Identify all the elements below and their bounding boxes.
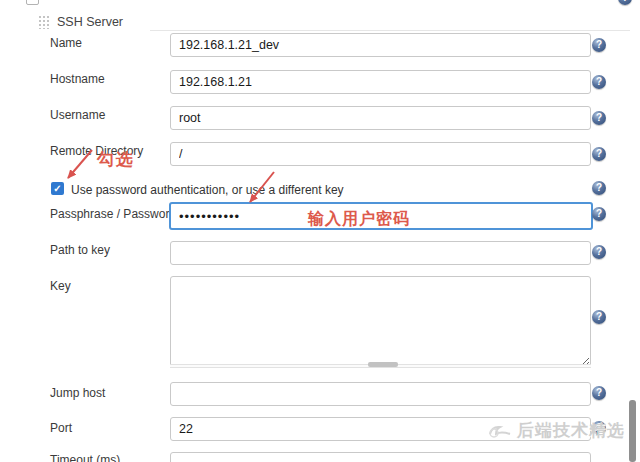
- watermark: 后端技术精选: [487, 419, 625, 442]
- jump-host-input[interactable]: [170, 382, 591, 406]
- help-icon[interactable]: ?: [592, 147, 606, 161]
- help-icon[interactable]: ?: [592, 111, 606, 125]
- path-to-key-label: Path to key: [50, 243, 110, 257]
- jump-host-label: Jump host: [50, 386, 105, 400]
- watermark-text: 后端技术精选: [517, 419, 625, 442]
- section-title: SSH Server: [57, 15, 123, 29]
- help-icon[interactable]: ?: [592, 38, 606, 52]
- help-icon[interactable]: ?: [592, 310, 606, 324]
- hostname-label: Hostname: [50, 72, 105, 86]
- drag-handle-icon[interactable]: [38, 15, 51, 29]
- ssh-server-config-panel: ? SSH Server Name ? Hostname ? Username …: [0, 0, 640, 462]
- watermark-logo-icon: [487, 421, 513, 441]
- use-password-auth-label: Use password authentication, or use a di…: [71, 183, 344, 197]
- username-label: Username: [50, 108, 105, 122]
- check-note-annotation: 勾选: [97, 148, 135, 171]
- name-label: Name: [50, 36, 82, 50]
- hostname-input[interactable]: [170, 70, 591, 94]
- help-icon[interactable]: ?: [592, 75, 606, 89]
- name-input[interactable]: [170, 33, 591, 57]
- help-icon[interactable]: ?: [618, 0, 632, 5]
- vertical-scrollbar-thumb[interactable]: [629, 400, 636, 462]
- help-icon[interactable]: ?: [592, 207, 606, 221]
- help-icon[interactable]: ?: [592, 181, 606, 195]
- timeout-input[interactable]: [170, 452, 591, 462]
- separator: [150, 30, 630, 31]
- cut-off-checkbox[interactable]: [26, 0, 39, 5]
- passphrase-label: Passphrase / Password: [50, 207, 176, 221]
- help-icon[interactable]: ?: [592, 245, 606, 259]
- username-input[interactable]: [170, 106, 591, 130]
- key-textarea[interactable]: [170, 276, 591, 367]
- timeout-label: Timeout (ms): [50, 453, 120, 462]
- remote-directory-input[interactable]: [170, 142, 591, 166]
- textarea-resize-grip[interactable]: [368, 362, 398, 367]
- path-to-key-input[interactable]: [170, 241, 591, 265]
- password-note-annotation: 输入用户密码: [308, 209, 410, 230]
- key-label: Key: [50, 279, 71, 293]
- port-label: Port: [50, 421, 72, 435]
- use-password-auth-checkbox[interactable]: ✓: [51, 182, 64, 195]
- help-icon[interactable]: ?: [592, 386, 606, 400]
